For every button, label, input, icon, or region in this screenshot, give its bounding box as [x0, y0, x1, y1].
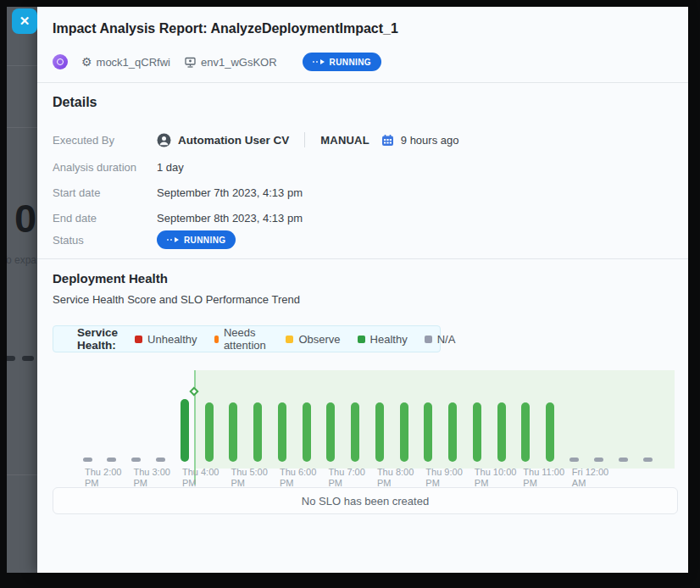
- running-icon: [167, 237, 179, 242]
- health-bar[interactable]: [643, 458, 653, 462]
- health-bar[interactable]: [83, 458, 92, 462]
- calendar-icon: [381, 134, 394, 147]
- legend-label: Observe: [298, 333, 340, 346]
- legend-swatch: [214, 336, 219, 343]
- legend-item: N/A: [425, 333, 456, 346]
- health-bar[interactable]: [594, 458, 603, 462]
- detail-value: September 7th 2023, 4:13 pm: [157, 186, 303, 199]
- service-chip[interactable]: ⚙ mock1_qCRfwi: [81, 56, 170, 69]
- x-axis-label: Thu 9:00PM: [425, 467, 462, 489]
- avatar-icon: [57, 58, 64, 65]
- legend-label: Unhealthy: [147, 333, 197, 346]
- legend-swatch: [286, 336, 293, 343]
- legend-swatch: [425, 336, 432, 343]
- health-bar[interactable]: [253, 402, 262, 462]
- underlay-partial-text: To expa: [7, 254, 36, 266]
- service-chip-label: mock1_qCRfwi: [97, 56, 170, 69]
- x-axis-label: Thu 11:00PM: [523, 467, 564, 489]
- health-bar[interactable]: [619, 458, 628, 462]
- header-meta-row: ⚙ mock1_qCRfwi env1_wGsKOR RUNNING: [53, 53, 381, 71]
- status-badge: RUNNING: [303, 53, 381, 71]
- x-axis-label: Thu 10:00PM: [475, 467, 517, 489]
- health-bar[interactable]: [131, 458, 141, 462]
- environment-chip-label: env1_wGsKOR: [201, 56, 277, 69]
- x-axis-label: Thu 7:00PM: [328, 467, 364, 489]
- running-icon: [313, 59, 325, 64]
- health-bar[interactable]: [326, 402, 335, 462]
- status-badge: RUNNING: [157, 230, 236, 249]
- legend-item: Unhealthy: [135, 333, 197, 346]
- user-icon: [157, 133, 171, 147]
- health-bar[interactable]: [303, 402, 311, 462]
- legend-item: Healthy: [358, 333, 408, 346]
- x-axis-label: Thu 8:00PM: [377, 467, 414, 489]
- health-bar[interactable]: [424, 402, 432, 462]
- health-bar[interactable]: [181, 399, 189, 462]
- underlay-divider: [7, 65, 37, 66]
- legend-swatch: [358, 336, 365, 343]
- legend-label: N/A: [437, 333, 456, 346]
- slo-empty-message: No SLO has been created: [302, 495, 429, 508]
- detail-value: September 8th 2023, 4:13 pm: [157, 212, 303, 225]
- section-divider: [37, 258, 688, 259]
- underlay-divider: [7, 127, 37, 128]
- slo-empty-state: No SLO has been created: [53, 487, 678, 514]
- health-bar[interactable]: [546, 402, 554, 462]
- trigger-type: MANUAL: [320, 134, 369, 147]
- health-bar[interactable]: [156, 458, 165, 462]
- x-axis-label: Thu 6:00PM: [280, 467, 316, 489]
- underlay-dash: [22, 356, 34, 361]
- underlay-big-number: 0: [14, 195, 36, 241]
- detail-label: Executed By: [53, 134, 157, 147]
- x-axis-label: Fri 12:00AM: [572, 467, 608, 489]
- health-bar[interactable]: [205, 402, 214, 462]
- screenshot-frame: 0 To expa ✕ Impact Analysis Report: Anal…: [0, 0, 700, 588]
- detail-label: End date: [53, 212, 157, 225]
- health-bar[interactable]: [278, 402, 286, 462]
- detail-value: 1 day: [157, 161, 184, 174]
- x-axis-label: Thu 5:00PM: [231, 467, 267, 489]
- health-bar[interactable]: [229, 402, 237, 462]
- health-bar[interactable]: [521, 402, 530, 462]
- health-bar[interactable]: [473, 402, 481, 462]
- health-bar[interactable]: [375, 402, 384, 462]
- close-icon: ✕: [19, 14, 31, 29]
- legend-item: Observe: [286, 333, 340, 346]
- detail-row-start-date: Start date September 7th 2023, 4:13 pm: [53, 183, 673, 202]
- health-bar[interactable]: [351, 402, 359, 462]
- detail-label: Start date: [53, 186, 157, 199]
- value-separator: [304, 132, 305, 147]
- environment-icon: [184, 56, 197, 69]
- health-bar[interactable]: [107, 458, 116, 462]
- health-chart: Thu 2:00PMThu 3:00PMThu 4:00PMThu 5:00PM…: [53, 363, 680, 491]
- page-title: Impact Analysis Report: AnalyzeDeploymen…: [53, 21, 398, 36]
- underlay-divider: [7, 474, 37, 475]
- executed-by-value-group: Automation User CV MANUAL 9 hours ago: [157, 132, 458, 147]
- deployment-health-heading: Deployment Health: [53, 271, 168, 286]
- legend-label: Needs attention: [224, 326, 269, 352]
- dimmed-background-page: 0 To expa: [7, 7, 37, 573]
- x-axis-label: Thu 4:00PM: [182, 467, 219, 489]
- legend-label: Healthy: [370, 333, 408, 346]
- detail-label: Analysis duration: [53, 161, 157, 174]
- x-axis-label: Thu 3:00PM: [133, 467, 169, 489]
- health-bar[interactable]: [400, 402, 408, 462]
- health-bar[interactable]: [497, 402, 506, 462]
- close-button[interactable]: ✕: [12, 8, 37, 34]
- impact-analysis-drawer: Impact Analysis Report: AnalyzeDeploymen…: [37, 7, 688, 573]
- health-bar[interactable]: [569, 458, 579, 462]
- details-heading: Details: [53, 95, 97, 110]
- detail-row-end-date: End date September 8th 2023, 4:13 pm: [53, 208, 673, 227]
- status-badge-label: RUNNING: [184, 236, 225, 245]
- legend-title: Service Health:: [77, 326, 118, 352]
- x-axis-label: Thu 2:00PM: [85, 467, 121, 489]
- gear-icon: ⚙: [81, 56, 92, 68]
- monitored-service-avatar: [53, 54, 68, 69]
- executed-by-user: Automation User CV: [178, 134, 289, 147]
- legend-swatch: [135, 336, 142, 343]
- header-divider: [37, 82, 688, 83]
- health-bar[interactable]: [448, 402, 457, 462]
- status-badge-label: RUNNING: [330, 58, 371, 67]
- post-deployment-region: [195, 370, 675, 469]
- environment-chip[interactable]: env1_wGsKOR: [184, 56, 277, 69]
